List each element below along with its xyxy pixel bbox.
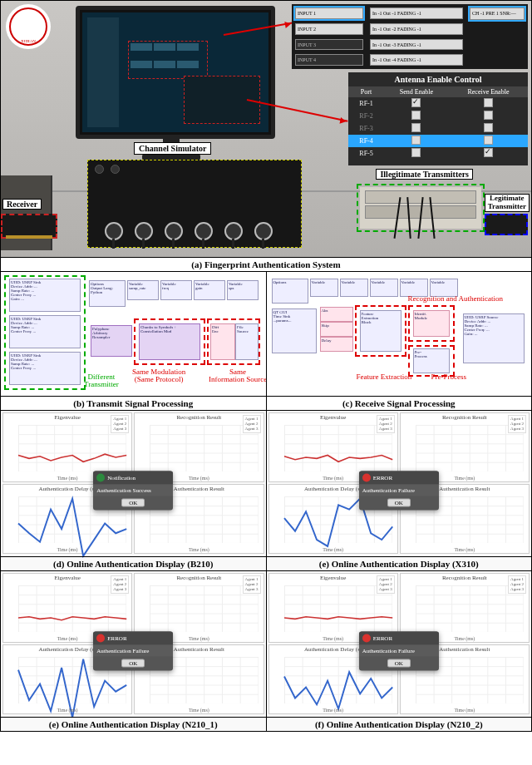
gr-block: FileSource [235, 323, 259, 360]
gr-block: UHD: USRP SinkDevice Addr: ...Samp Rate:… [9, 279, 81, 312]
checkbox-icon [484, 148, 493, 157]
legitimate-transmitter [485, 214, 528, 235]
gr-block: QT GUITime Sink...params... [272, 308, 317, 353]
panel-b-flow: UHD: USRP SinkDevice Addr: ...Samp Rate:… [1, 272, 266, 410]
success-icon [96, 474, 105, 482]
dialog-message: Authentication Failure [93, 645, 173, 657]
col-send: Send Enable [384, 86, 449, 97]
anno-different-tx: Different Transmitter [84, 373, 119, 389]
panel-f: EigenvalueAgent 1Agent 2Agent 3 Time (ms… [1, 571, 266, 731]
table-row: RF-2 [348, 110, 528, 122]
inset-io-mapping: INPUT 1 INPUT 2 INPUT 3 INPUT 4 In -1 Ou… [292, 4, 528, 69]
channel-simulator [87, 160, 302, 248]
gr-block: Identif.Module [413, 310, 450, 337]
antenna-title: Antenna Enable Control [348, 72, 528, 86]
gr-block: Variablegain [194, 280, 225, 300]
table-row: RF-5 [348, 147, 528, 160]
fading-slot: In -1 Out -4 FADING -1 [370, 54, 463, 66]
caption-d: (d) Online Authentication Display (B210) [1, 556, 266, 570]
panel-g: EigenvalueAgent 1Agent 2Agent 3 Time (ms… [266, 571, 532, 731]
dialog-ok-button[interactable]: OK [387, 659, 411, 668]
panel-d: EigenvalueAgent 1Agent 2Agent 3 Time (ms… [1, 411, 266, 570]
input-slot: INPUT 2 [295, 23, 363, 35]
checkbox-icon [411, 123, 421, 132]
anno-feature: Feature Extraction [357, 373, 412, 381]
input-slot: INPUT 4 [295, 54, 363, 66]
gr-block: DiffEnc [210, 323, 235, 360]
auth-dialog-success: Notification Authentication Success OK [93, 471, 173, 511]
panel-c-flow: Options Variable Variable Variable Varia… [266, 272, 532, 410]
gr-block: FeatureExtractionBlock [360, 310, 401, 352]
fading-slot: In -1 Out -1 FADING -1 [370, 7, 463, 19]
auth-dialog-error: ERROR Authentication Failure OK [359, 471, 439, 511]
dialog-message: Authentication Failure [359, 485, 439, 496]
col-port: Port [348, 86, 384, 97]
auth-dialog-error: ERROR Authentication Failure OK [359, 632, 439, 671]
caption-f: (e) Online Authentication Display (N210_… [1, 717, 266, 731]
panel-e: EigenvalueAgent 1Agent 2Agent 3 Time (ms… [266, 411, 532, 570]
dialog-title: ERROR [373, 475, 392, 481]
gr-block: UHD: USRP SinkDevice Addr: ...Samp Rate:… [9, 315, 81, 348]
gr-block: Variablesps [227, 280, 259, 300]
dialog-title: ERROR [107, 635, 126, 642]
dialog-message: Authentication Success [93, 485, 173, 496]
checkbox-icon [411, 111, 421, 120]
gr-block: Variable [310, 279, 338, 297]
receiver-box [1, 214, 57, 239]
checkbox-icon [484, 136, 493, 145]
input-slot: INPUT 1 [295, 7, 363, 19]
table-row: RF-4 [348, 135, 528, 147]
auth-dialog-error: ERROR Authentication Failure OK [93, 632, 173, 671]
checkbox-icon [484, 98, 493, 107]
caption-e: (e) Online Authentication Display (X310) [267, 556, 532, 570]
cables [390, 197, 456, 239]
antenna-enable-table: Port Send Enable Receive Enable RF-1 RF-… [348, 86, 528, 160]
gr-block: Pre-Process [413, 348, 450, 373]
col-recv: Receive Enable [449, 86, 528, 97]
receiver-label: Receiver [2, 199, 42, 210]
gr-block: Abs [320, 307, 353, 322]
gr-block: Variablesamp_rate [127, 280, 159, 300]
dialog-ok-button[interactable]: OK [121, 499, 145, 507]
checkbox-icon [484, 123, 493, 132]
gr-block: Delay [320, 337, 353, 352]
dialog-message: Authentication Failure [359, 645, 439, 657]
panel-a-photo: Channel Simulator Receiver Illegitimate … [1, 1, 531, 257]
caption-b: (b) Transmit Signal Processing [1, 396, 266, 410]
cabinet [1, 175, 52, 250]
anno-same-src: Same Information Source [209, 368, 266, 384]
checkbox-icon [411, 148, 421, 157]
anno-recognition: Recognition and Authentication [408, 295, 503, 303]
gr-block: Options [272, 279, 308, 304]
gr-block: Variable [340, 279, 368, 297]
dialog-ok-button[interactable]: OK [387, 499, 411, 507]
gr-block: Chunks to Symbols +Constellation Mod [139, 323, 200, 360]
illegitimate-label: Illegitimate Transmitters [376, 169, 473, 180]
monitor [76, 6, 275, 139]
caption-g: (f) Online Authentication Display (N210_… [267, 717, 532, 731]
error-icon [362, 634, 371, 643]
checkbox-icon [411, 136, 421, 145]
university-logo [6, 4, 51, 49]
gr-block: UHD: USRP SourceDevice Addr: ...Samp Rat… [463, 313, 525, 363]
table-row: RF-3 [348, 122, 528, 135]
caption-c: (c) Receive Signal Processing [267, 396, 532, 410]
anno-preprocess: Pre-Process [431, 373, 467, 381]
anno-same-mod: Same Modulation (Same Protocol) [132, 368, 185, 384]
table-row: RF-1 [348, 97, 528, 110]
dialog-title: Notification [107, 475, 135, 481]
gr-block: PolyphaseArbitraryResampler [91, 325, 132, 357]
gr-block: Variable [370, 279, 398, 297]
gr-block: Skip [320, 322, 353, 337]
fading-slot: In -1 Out -2 FADING -1 [370, 23, 463, 35]
channel-simulator-label: Channel Simulator [134, 142, 211, 155]
gr-block: OptionsOutput Lang: Python [89, 280, 126, 307]
channel-slot: CH -1 PRE 1 SNR:— [470, 7, 525, 20]
caption-a: (a) Fingerprint Authentication System [1, 257, 531, 271]
input-slot: INPUT 3 [295, 39, 363, 51]
legitimate-label: Legitimate Transmitter [485, 194, 530, 212]
inset-antenna-table: Antenna Enable Control Port Send Enable … [348, 72, 528, 165]
dialog-ok-button[interactable]: OK [121, 659, 145, 668]
gr-block: Variablefreq [160, 280, 192, 300]
checkbox-icon [411, 98, 421, 107]
